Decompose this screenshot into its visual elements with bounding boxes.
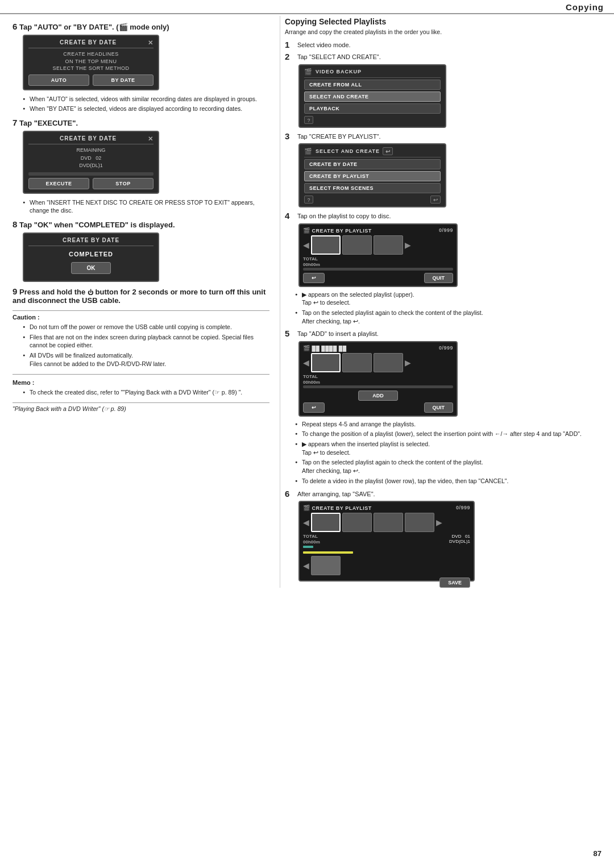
- execute-button[interactable]: EXECUTE: [28, 178, 89, 189]
- prev-arrow2[interactable]: ◀: [303, 358, 309, 367]
- quit-button2[interactable]: QUIT: [424, 402, 454, 413]
- caution-box: Caution : Do not turn off the power or r…: [13, 310, 269, 375]
- back-button[interactable]: ↩: [383, 147, 393, 155]
- playlist-box2: 🎬 ██ ████ ██ 0/999 ◀ ▶ TOTAL 00h00m ADD: [298, 341, 458, 417]
- ok-button[interactable]: OK: [71, 262, 111, 274]
- create-by-playlist-item[interactable]: CREATE BY PLAYLIST: [304, 171, 441, 181]
- next-arrow[interactable]: ▶: [405, 240, 411, 250]
- thumb2[interactable]: [342, 235, 372, 255]
- prev-arrow[interactable]: ◀: [303, 240, 309, 250]
- help-icon[interactable]: ?: [304, 116, 313, 124]
- thumb7[interactable]: [311, 513, 341, 532]
- time-label: 00h00m: [303, 262, 453, 267]
- step4-text: Tap on the playlist to copy to disc.: [297, 211, 391, 221]
- camera-icon2: 🎬: [304, 148, 313, 155]
- next-arrow3[interactable]: ▶: [436, 518, 442, 527]
- header-title: Copying: [566, 2, 604, 12]
- dvd-bar2: [303, 551, 353, 554]
- thumb9[interactable]: [374, 513, 403, 532]
- memo-bullets: To check the created disc, refer to ""Pl…: [23, 388, 269, 397]
- auto-bydate-buttons: AUTO BY DATE: [28, 74, 154, 86]
- help-icon2[interactable]: ?: [304, 196, 313, 203]
- thumb4[interactable]: [311, 353, 341, 372]
- select-and-create-item[interactable]: SELECT AND CREATE: [304, 92, 441, 102]
- thumb10[interactable]: [405, 513, 434, 532]
- video-backup-box: 🎬 VIDEO BACKUP CREATE FROM ALL SELECT AN…: [298, 64, 446, 128]
- section-title: Copying Selected Playlists: [285, 17, 601, 26]
- create-from-all-item[interactable]: CREATE FROM ALL: [304, 80, 441, 90]
- section-desc: Arrange and copy the created playlists i…: [285, 28, 601, 35]
- thumb3[interactable]: [374, 235, 403, 255]
- next-arrow2[interactable]: ▶: [405, 358, 411, 367]
- select-and-create-box: 🎬 SELECT AND CREATE ↩ CREATE BY DATE CRE…: [298, 143, 446, 207]
- right-step3: 3 Tap "CREATE BY PLAYLIST".: [285, 131, 601, 141]
- save-button[interactable]: SAVE: [439, 578, 470, 588]
- right-step2: 2 Tap "SELECT AND CREATE".: [285, 52, 601, 61]
- camera-icon: 🎬: [304, 68, 313, 76]
- playlist-thumbnails2: ◀ ▶: [303, 353, 453, 372]
- memo-title: Memo :: [13, 379, 269, 386]
- prev-arrow3[interactable]: ◀: [303, 518, 309, 527]
- right-step5: 5 Tap "ADD" to insert a playlist.: [285, 329, 601, 338]
- create-by-date-box3: CREATE BY DATE COMPLETED OK: [23, 232, 159, 282]
- caution-bullets: Do not turn off the power or remove the …: [23, 323, 269, 368]
- progress-bar: [28, 172, 154, 176]
- dvd-info: DVD 01DVD(DL)1: [449, 534, 470, 544]
- playlist-bottom: ↩ QUIT: [303, 273, 453, 283]
- thumb1[interactable]: [311, 235, 341, 255]
- total-label: TOTAL: [303, 256, 453, 261]
- playlist-box1: 🎬 CREATE BY PLAYLIST 0/999 ◀ ▶ TOTAL 00h…: [298, 223, 458, 287]
- execute-stop-buttons: EXECUTE STOP: [28, 178, 154, 189]
- total-label2: TOTAL: [303, 374, 453, 379]
- bullet-item: To delete a video in the playlist (lower…: [295, 477, 601, 485]
- memo-link: "Playing Back with a DVD Writer" (☞ p. 8…: [13, 405, 269, 412]
- add-button[interactable]: ADD: [358, 391, 398, 401]
- camera-icon4: 🎬: [303, 345, 310, 351]
- playback-item[interactable]: PLAYBACK: [304, 103, 441, 114]
- step9-label: 9 Press and hold the ⏻ button for 2 seco…: [13, 286, 269, 305]
- auto-button[interactable]: AUTO: [28, 74, 89, 86]
- bullet-item: When "BY DATE" is selected, videos are d…: [23, 105, 269, 113]
- page-header: Copying: [0, 0, 614, 14]
- bullet-item: Repeat steps 4-5 and arrange the playlis…: [295, 420, 601, 429]
- thumb6[interactable]: [374, 353, 403, 372]
- thumb8[interactable]: [342, 513, 372, 532]
- create-by-date-item[interactable]: CREATE BY DATE: [304, 159, 441, 169]
- time-label2: 00h00m: [303, 380, 453, 385]
- back-btn-playlist[interactable]: ↩: [303, 273, 325, 283]
- playlist-progress: [303, 268, 453, 271]
- dvd-bar1: [303, 546, 313, 548]
- quit-button[interactable]: QUIT: [424, 273, 454, 283]
- step7-label: 7 Tap "EXECUTE".: [13, 118, 269, 127]
- camera-icon3: 🎬: [303, 227, 310, 234]
- prev-arrow4[interactable]: ◀: [303, 561, 309, 570]
- right-step6: 6 After arranging, tap "SAVE".: [285, 489, 601, 499]
- bydate-button[interactable]: BY DATE: [93, 74, 154, 86]
- box2-close-icon[interactable]: ✕: [148, 135, 154, 143]
- stop-button[interactable]: STOP: [93, 178, 154, 189]
- back-button2[interactable]: ↩: [430, 196, 441, 203]
- bullet-item: ▶ appears when the inserted playlist is …: [295, 440, 601, 456]
- step5-bullets: Repeat steps 4-5 and arrange the playlis…: [295, 420, 601, 485]
- bullet-item: ▶ appears on the selected playlist (uppe…: [295, 290, 601, 307]
- playlist-thumbnails: ◀ ▶: [303, 235, 453, 255]
- playlist-box3: 🎬 CREATE BY PLAYLIST 0/999 ◀ ▶ TOTAL: [298, 501, 475, 582]
- step1-text: Select video mode.: [297, 40, 351, 49]
- playlist-bottom2: ↩ QUIT: [303, 402, 453, 413]
- memo-box: Memo : To check the created disc, refer …: [13, 377, 269, 403]
- right-step4: 4 Tap on the playlist to copy to disc.: [285, 211, 601, 221]
- caution-item: Files that are not on the index screen d…: [23, 333, 269, 350]
- back-btn-playlist2[interactable]: ↩: [303, 402, 325, 413]
- box1-close-icon[interactable]: ✕: [148, 39, 154, 47]
- bullet-item: When "INSERT THE NEXT DISC TO CREATE OR …: [23, 198, 269, 215]
- caution-item: All DVDs will be finalized automatically…: [23, 351, 269, 368]
- power-icon: ⏻: [88, 289, 93, 296]
- step5-text: Tap "ADD" to insert a playlist.: [297, 329, 379, 338]
- select-from-scenes-item[interactable]: SELECT FROM SCENES: [304, 183, 441, 193]
- playlist-thumbnails3: ◀ ▶: [303, 513, 470, 532]
- thumb11[interactable]: [311, 556, 341, 575]
- bullet-item: When "AUTO" is selected, videos with sim…: [23, 95, 269, 103]
- left-column: 6 Tap "AUTO" or "BY DATE". (🎬 mode only)…: [13, 16, 280, 588]
- thumb5[interactable]: [342, 353, 372, 372]
- bullet-item: Tap on the selected playlist again to ch…: [295, 309, 601, 325]
